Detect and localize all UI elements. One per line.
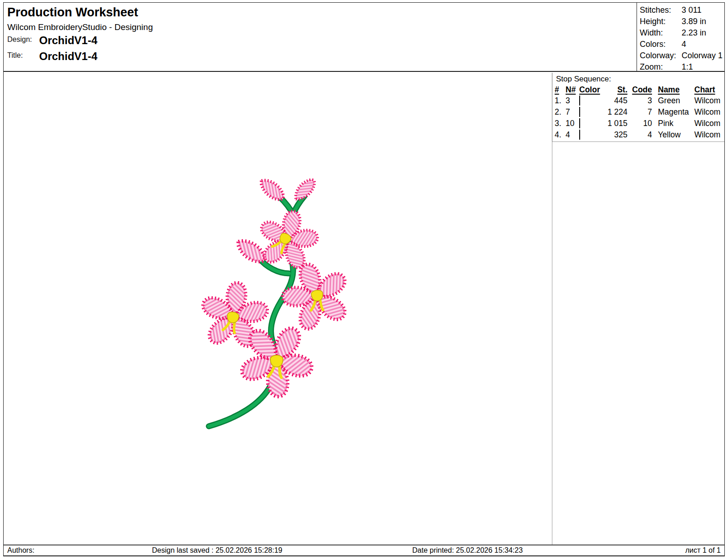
col-stitches: St.: [606, 84, 627, 95]
stop-sequence-title: Stop Sequence:: [556, 74, 724, 84]
panel-divider: [552, 73, 552, 545]
stat-label: Stitches:: [640, 5, 682, 16]
stat-stitches: Stitches: 3 011: [640, 5, 724, 16]
col-number: #: [555, 84, 566, 95]
stat-label: Colors:: [640, 39, 682, 50]
table-row: 1. 3 445 3 Green Wilcom: [555, 95, 724, 106]
thread-name: Pink: [652, 118, 688, 129]
stop-sequence-header-row: # N# Color St. Code Name Chart: [555, 84, 724, 95]
title-name-value: OrchidV1-4: [39, 50, 97, 63]
thread-chart: Wilcom: [688, 106, 720, 118]
row-number: 4.: [555, 129, 566, 141]
design-name-value: OrchidV1-4: [39, 34, 97, 47]
worksheet-sheet: Production Worksheet Wilcom EmbroiderySt…: [3, 2, 725, 556]
col-chart: Chart: [688, 84, 720, 95]
color-swatch-pink: [579, 118, 580, 128]
stat-value: Colorway 1: [682, 50, 724, 61]
app-subtitle: Wilcom EmbroideryStudio - Designing: [7, 22, 153, 32]
title-label: Title:: [7, 51, 23, 60]
stat-value: 2.23 in: [682, 27, 724, 39]
thread-name: Green: [652, 95, 688, 106]
thread-code: 10: [627, 118, 652, 129]
table-row: 4. 4 325 4 Yellow Wilcom: [555, 129, 724, 141]
stitch-count: 445: [606, 95, 627, 106]
stat-label: Height:: [640, 16, 682, 27]
needle-number: 7: [566, 106, 579, 118]
design-stats-box: Stitches: 3 011 Height: 3.89 in Width: 2…: [637, 3, 724, 71]
needle-number: 3: [566, 95, 579, 106]
stat-value: 4: [682, 39, 724, 50]
stat-colors: Colors: 4: [640, 39, 724, 50]
stat-value: 1:1: [682, 61, 724, 73]
col-needle: N#: [566, 84, 579, 95]
needle-number: 10: [566, 118, 579, 129]
stat-label: Colorway:: [640, 50, 682, 61]
row-number: 1.: [555, 95, 566, 106]
col-color: Color: [579, 84, 606, 95]
worksheet-header: Production Worksheet Wilcom EmbroiderySt…: [4, 3, 724, 72]
authors-label: Authors:: [7, 545, 35, 555]
col-code: Code: [627, 84, 652, 95]
stat-label: Zoom:: [640, 61, 682, 73]
stop-sequence-panel: Stop Sequence: # N# Color St. Code Name …: [552, 73, 724, 142]
stat-value: 3.89 in: [682, 16, 724, 27]
thread-code: 7: [627, 106, 652, 118]
stat-colorway: Colorway: Colorway 1: [640, 50, 724, 61]
design-canvas-area: Stop Sequence: # N# Color St. Code Name …: [4, 73, 724, 545]
stitch-count: 325: [606, 129, 627, 141]
page-indicator: лист 1 of 1: [685, 545, 721, 555]
color-swatch-magenta: [579, 107, 580, 117]
stat-zoom: Zoom: 1:1: [640, 61, 724, 73]
thread-chart: Wilcom: [688, 129, 720, 141]
thread-chart: Wilcom: [688, 118, 720, 129]
page-title: Production Worksheet: [7, 5, 138, 20]
table-row: 3. 10 1 015 10 Pink Wilcom: [555, 118, 724, 129]
col-name: Name: [652, 84, 688, 95]
stat-width: Width: 2.23 in: [640, 27, 724, 39]
last-saved-text: Design last saved : 25.02.2026 15:28:19: [152, 545, 282, 555]
row-number: 3.: [555, 118, 566, 129]
stitch-count: 1 224: [606, 106, 627, 118]
stat-value: 3 011: [682, 5, 724, 16]
stat-height: Height: 3.89 in: [640, 16, 724, 27]
thread-name: Magenta: [652, 106, 688, 118]
stop-sequence-table: # N# Color St. Code Name Chart 1. 3 445 …: [555, 84, 724, 141]
design-label: Design:: [7, 35, 32, 44]
date-printed-text: Date printed: 25.02.2026 15:34:23: [412, 545, 523, 555]
thread-code: 3: [627, 95, 652, 106]
stitch-count: 1 015: [606, 118, 627, 129]
needle-number: 4: [566, 129, 579, 141]
thread-name: Yellow: [652, 129, 688, 141]
color-swatch-yellow: [579, 130, 580, 140]
orchid-design-preview: [192, 168, 355, 436]
stat-label: Width:: [640, 27, 682, 39]
worksheet-footer: Authors: Design last saved : 25.02.2026 …: [4, 545, 724, 555]
table-row: 2. 7 1 224 7 Magenta Wilcom: [555, 106, 724, 118]
thread-chart: Wilcom: [688, 95, 720, 106]
thread-code: 4: [627, 129, 652, 141]
row-number: 2.: [555, 106, 566, 118]
color-swatch-green: [579, 96, 580, 106]
